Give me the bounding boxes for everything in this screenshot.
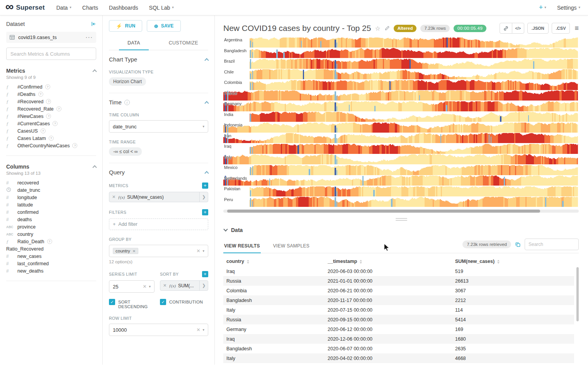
column-item[interactable]: Ratio_Recovered (6, 245, 96, 252)
metric-item[interactable]: ƒ#Confirmed? (6, 83, 96, 90)
horizon-row[interactable]: Iraq (223, 143, 579, 154)
metric-item[interactable]: ƒCasesUS? (6, 127, 96, 135)
metrics-section-header[interactable]: Metrics (6, 68, 96, 74)
clear-icon[interactable]: ✕ (143, 284, 146, 289)
horizon-row[interactable]: Brazil (223, 58, 579, 69)
nav-sql-lab[interactable]: SQL Lab▾ (149, 5, 174, 11)
horizon-row[interactable]: Peru (223, 197, 579, 208)
column-item[interactable]: #new_cases (6, 252, 96, 260)
table-row[interactable]: Bangladesh2020-06-07 00:00:002635 (223, 344, 574, 353)
copy-data-icon[interactable] (515, 242, 521, 247)
horizon-row[interactable]: Chile (223, 69, 579, 80)
clear-icon[interactable]: ✕ (196, 248, 200, 254)
export-csv-button[interactable]: .CSV (552, 23, 570, 34)
horizon-chart[interactable]: ArgentinaBangladeshBrazilChileColombiaFr… (223, 37, 579, 207)
column-item[interactable]: ABCcountry (6, 230, 96, 238)
add-filter-box[interactable]: + Add filter (109, 218, 208, 230)
metric-chip[interactable]: ✕ ƒ(x) SUM(new_cases) ❯ (109, 192, 208, 202)
column-item[interactable]: ABCprovince (6, 223, 96, 230)
columns-section-header[interactable]: Columns (6, 164, 96, 170)
remove-icon[interactable]: ✕ (163, 283, 167, 288)
metric-item[interactable]: ƒ#NewCases? (6, 113, 96, 120)
results-column-header[interactable]: country (223, 256, 325, 266)
altered-badge[interactable]: Altered (394, 25, 417, 32)
time-range-value[interactable]: -∞ ≤ col < ∞ (109, 147, 142, 156)
series-limit-select[interactable]: 25 ✕ ▾ (109, 280, 155, 293)
metric-item[interactable]: ƒCases Latam? (6, 135, 96, 142)
horizon-row[interactable]: Argentina (223, 37, 579, 48)
table-row[interactable]: Russia2020-09-15 00:00:005414 (223, 315, 574, 324)
results-column-header[interactable]: __timestamp (325, 256, 452, 266)
tab-view-results[interactable]: VIEW RESULTS (223, 241, 261, 253)
dataset-more-options-icon[interactable]: ··· (86, 34, 93, 40)
group-by-select[interactable]: country✕ ✕ ▾ (109, 245, 208, 257)
horizon-row[interactable]: Indonesia (223, 122, 579, 133)
viz-type-value[interactable]: Horizon Chart (109, 77, 146, 86)
add-sort-button[interactable]: + (202, 271, 208, 277)
horizon-row[interactable]: Iran (223, 133, 579, 144)
metric-item[interactable]: ƒ#CurrentCases? (6, 120, 96, 127)
run-button[interactable]: ⚡RUN (109, 20, 142, 32)
nav-charts[interactable]: Charts (82, 5, 98, 11)
horizon-row[interactable]: Netherlands (223, 176, 579, 186)
results-search-input[interactable] (525, 239, 579, 250)
column-item[interactable]: #longitude (6, 194, 96, 201)
column-item[interactable]: #latitude (6, 201, 96, 208)
column-item[interactable]: #recovered (6, 179, 96, 186)
query-header[interactable]: Query (109, 169, 208, 176)
horizon-row[interactable]: Pakistan (223, 186, 579, 197)
metric-item[interactable]: ƒ#Recovered? (6, 98, 96, 105)
search-input[interactable] (10, 51, 92, 57)
horizon-row[interactable]: Mexico (223, 165, 579, 176)
table-row[interactable]: Iraq2020-12-06 00:00:001680 (223, 334, 574, 344)
superset-logo[interactable]: ∞ Superset (5, 3, 45, 12)
settings-menu[interactable]: Settings▾ (557, 5, 580, 11)
embed-code-icon[interactable]: </> (512, 23, 524, 33)
metric-item[interactable]: ƒ#Deaths? (6, 90, 96, 98)
horizon-row[interactable]: Italy (223, 154, 579, 165)
metric-item[interactable]: ƒRecovered_Rate? (6, 105, 96, 113)
row-limit-select[interactable]: 10000 ✕ ▾ (109, 324, 208, 336)
column-item[interactable]: ƒRatio_Death? (6, 238, 96, 245)
column-item[interactable]: date_trunc (6, 186, 96, 194)
collapse-panel-icon[interactable] (91, 21, 96, 27)
copy-link-icon[interactable] (500, 23, 512, 33)
data-section-header[interactable]: Data (224, 227, 579, 233)
nav-dashboards[interactable]: Dashboards (109, 5, 138, 11)
chart-menu-icon[interactable]: ≡ (574, 25, 579, 32)
results-vertical-scrollbar[interactable] (576, 267, 579, 321)
column-item[interactable]: #confirmed (6, 208, 96, 216)
time-header[interactable]: Time i (109, 99, 208, 106)
column-item[interactable]: #new_deaths (6, 267, 96, 275)
scrollbar-thumb[interactable] (227, 210, 540, 213)
chevron-right-icon[interactable]: ❯ (199, 192, 208, 202)
chevron-right-icon[interactable]: ❯ (199, 281, 208, 290)
save-button[interactable]: ⊕SAVE (147, 20, 180, 32)
chart-horizontal-scrollbar[interactable] (223, 210, 579, 213)
edit-pencil-icon[interactable] (384, 26, 390, 31)
column-item[interactable]: #last_confirmed (6, 260, 96, 267)
add-filter-button[interactable]: + (202, 209, 208, 215)
chart-type-header[interactable]: Chart Type (109, 56, 208, 63)
table-row[interactable]: Italy2020-04-02 00:00:004668 (223, 353, 574, 363)
metrics-columns-search[interactable] (6, 48, 96, 60)
horizon-row[interactable]: Bangladesh (223, 48, 579, 59)
table-row[interactable]: Russia2021-01-01 00:00:0026613 (223, 276, 574, 286)
tab-view-samples[interactable]: VIEW SAMPLES (272, 241, 310, 253)
remove-icon[interactable]: ✕ (133, 249, 136, 253)
remove-icon[interactable]: ✕ (112, 194, 116, 200)
horizon-row[interactable]: France (223, 90, 579, 101)
tab-customize[interactable]: CUSTOMIZE (159, 36, 209, 50)
table-row[interactable]: Colombia2020-06-21 00:00:003067 (223, 286, 574, 295)
contribution-checkbox[interactable]: ✓ CONTRIBUTION (160, 299, 208, 309)
panel-resize-handle[interactable] (396, 218, 407, 221)
table-row[interactable]: Germany2020-06-12 00:00:00169 (223, 324, 574, 334)
nav-data[interactable]: Data▾ (56, 5, 71, 11)
horizon-row[interactable]: India (223, 112, 579, 123)
column-item[interactable]: #deaths (6, 216, 96, 223)
horizon-row[interactable]: Germany (223, 101, 579, 112)
add-metric-button[interactable]: + (202, 182, 208, 189)
tab-data[interactable]: DATA (109, 36, 159, 50)
export-json-button[interactable]: .JSON (527, 23, 549, 34)
table-row[interactable]: Italy2020-07-15 00:00:00114 (223, 305, 574, 315)
